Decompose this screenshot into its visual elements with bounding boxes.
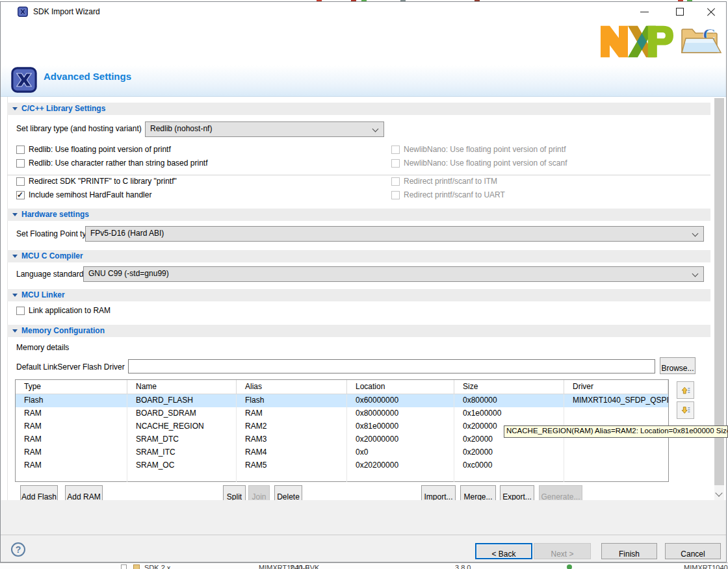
section-header-memory[interactable]: Memory Configuration xyxy=(7,325,710,337)
cell-name: BOARD_SDRAM xyxy=(127,407,237,420)
checkbox-label: Include semihost HardFault handler xyxy=(29,190,151,199)
section-title: MCU Linker xyxy=(21,290,65,299)
table-actions-row: Add Flash Add RAM Split Join Delete Impo… xyxy=(1,485,713,501)
checkbox-box xyxy=(391,177,400,186)
maximize-button[interactable] xyxy=(664,2,696,21)
join-button: Join xyxy=(248,485,270,501)
section-header-hardware[interactable]: Hardware settings xyxy=(7,209,710,221)
cell-alias: RAM4 xyxy=(237,446,347,459)
cell-alias: RAM5 xyxy=(237,459,347,472)
column-header-driver[interactable]: Driver xyxy=(564,380,668,394)
table-row[interactable]: Flash BOARD_FLASH Flash 0x60000000 0x800… xyxy=(16,394,668,407)
checkbox-box[interactable] xyxy=(16,307,25,315)
background-checkbox xyxy=(121,564,127,569)
cell-name: SRAM_ITC xyxy=(127,446,237,459)
checkbox-box[interactable] xyxy=(16,177,25,186)
column-header-size[interactable]: Size xyxy=(454,380,564,394)
cell-type: RAM xyxy=(16,446,127,459)
help-button[interactable]: ? xyxy=(11,542,25,557)
title-bar[interactable]: SDK Import Wizard xyxy=(1,2,726,21)
table-row[interactable]: RAM BOARD_SDRAM RAM 0x80000000 0x1e00000 xyxy=(16,407,668,420)
merge-button[interactable]: Merge... xyxy=(460,485,496,501)
floating-point-value: FPv5-D16 (Hard ABI) xyxy=(90,229,164,238)
minimize-icon xyxy=(640,12,649,12)
cell-type: Flash xyxy=(16,394,127,407)
cell-location: 0x81e00000 xyxy=(347,420,454,433)
footer-separator xyxy=(1,535,726,535)
table-empty-area xyxy=(16,472,668,482)
checkbox-label: Link application to RAM xyxy=(29,306,110,315)
mcuxpresso-app-icon xyxy=(18,6,28,17)
cell-name: SRAM_DTC xyxy=(127,433,237,446)
checkbox-box[interactable] xyxy=(16,159,25,168)
move-down-button[interactable] xyxy=(677,401,694,419)
finish-button[interactable]: Finish xyxy=(601,543,657,559)
checkbox-label: Redirect printf/scanf to ITM xyxy=(404,177,497,186)
section-header-compiler[interactable]: MCU C Compiler xyxy=(7,250,710,262)
move-up-icon xyxy=(680,385,691,396)
floating-point-select[interactable]: FPv5-D16 (Hard ABI) xyxy=(85,226,704,242)
column-header-location[interactable]: Location xyxy=(347,380,454,394)
cell-name: NCACHE_REGION xyxy=(127,420,237,433)
browse-button[interactable]: Browse... xyxy=(660,357,696,374)
collapse-icon xyxy=(12,329,18,333)
close-button[interactable] xyxy=(695,2,727,21)
nxp-logo xyxy=(601,25,673,58)
cell-type: RAM xyxy=(16,407,127,420)
cell-alias: Flash xyxy=(237,394,347,407)
library-type-select[interactable]: Redlib (nohost-nf) xyxy=(145,121,384,137)
split-button[interactable]: Split xyxy=(223,485,246,501)
background-folder-icon xyxy=(133,564,140,569)
collapse-icon xyxy=(12,255,18,258)
sdk-import-wizard-dialog: SDK Import Wizard C xyxy=(0,1,727,563)
checkbox-label: Redirect printf/scanf to UART xyxy=(404,190,505,199)
cell-driver xyxy=(564,459,668,472)
flash-driver-input[interactable] xyxy=(128,359,655,373)
scrollbar-track[interactable] xyxy=(714,98,724,501)
chevron-down-icon xyxy=(692,231,699,237)
help-icon: ? xyxy=(16,544,21,555)
cell-location: 0x80000000 xyxy=(347,407,454,420)
cell-name: BOARD_FLASH xyxy=(127,394,237,407)
cell-location: 0x20000000 xyxy=(347,433,454,446)
cell-size: 0x20000 xyxy=(454,446,564,459)
minimize-button[interactable] xyxy=(629,2,661,21)
flash-driver-label: Default LinkServer Flash Driver xyxy=(16,362,125,372)
section-title: C/C++ Library Settings xyxy=(21,104,105,113)
checkbox-box xyxy=(391,159,400,168)
generate-button: Generate... xyxy=(539,485,582,501)
cell-type: RAM xyxy=(16,420,127,433)
screen: SDK Import Wizard C xyxy=(0,0,728,569)
cell-alias: RAM2 xyxy=(237,420,347,433)
cell-size: 0x1e00000 xyxy=(454,407,564,420)
table-row[interactable]: RAM SRAM_ITC RAM4 0x0 0x20000 xyxy=(16,446,668,459)
section-header-library[interactable]: C/C++ Library Settings xyxy=(7,103,710,115)
section-header-linker[interactable]: MCU Linker xyxy=(7,289,710,301)
export-button[interactable]: Export... xyxy=(500,485,534,501)
folder-c-icon: C xyxy=(679,23,725,63)
checkbox-label: Redirect SDK "PRINTF" to C library "prin… xyxy=(29,177,177,186)
checkbox-box[interactable] xyxy=(16,191,25,199)
column-header-alias[interactable]: Alias xyxy=(237,380,347,394)
chevron-down-icon xyxy=(692,271,699,277)
table-row[interactable]: RAM SRAM_OC RAM5 0x20200000 0xc0000 xyxy=(16,459,668,472)
column-header-type[interactable]: Type xyxy=(16,380,127,394)
language-standard-select[interactable]: GNU C99 (-std=gnu99) xyxy=(83,266,704,282)
cell-size: 0x800000 xyxy=(454,394,564,407)
library-type-label: Set library type (and hosting variant) xyxy=(16,124,142,133)
wizard-page-icon xyxy=(11,67,37,93)
import-button[interactable]: Import... xyxy=(421,485,456,501)
cell-name: SRAM_OC xyxy=(127,459,237,472)
column-header-name[interactable]: Name xyxy=(127,380,237,394)
back-button[interactable]: < Back xyxy=(475,543,532,559)
cell-location: 0x20200000 xyxy=(347,459,454,472)
checkbox-box[interactable] xyxy=(16,145,25,154)
checkbox-label: Redlib: Use character rather than string… xyxy=(29,158,207,168)
cancel-button[interactable]: Cancel xyxy=(665,543,721,559)
delete-button[interactable]: Delete xyxy=(274,485,302,501)
move-up-button[interactable] xyxy=(677,381,694,399)
collapse-icon xyxy=(12,294,18,297)
cell-alias: RAM3 xyxy=(237,433,347,446)
add-flash-button[interactable]: Add Flash xyxy=(20,485,58,501)
add-ram-button[interactable]: Add RAM xyxy=(65,485,103,501)
